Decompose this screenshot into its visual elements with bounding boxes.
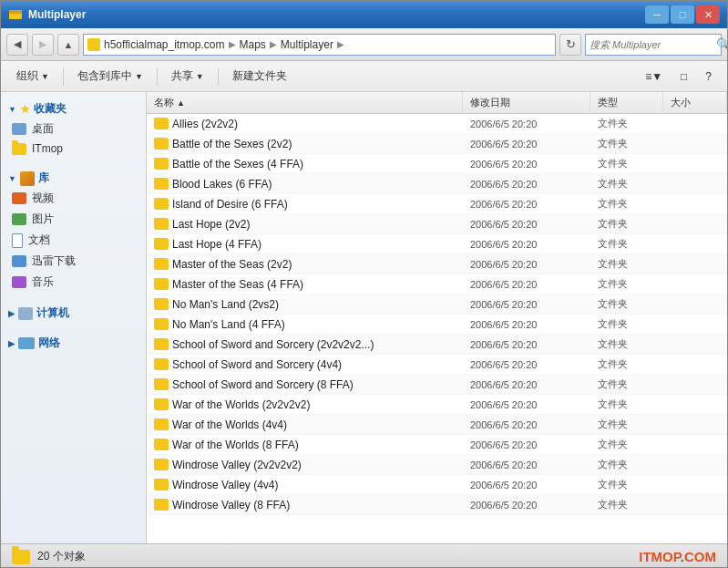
file-name-cell: School of Sword and Sorcery (2v2v2v2...) (147, 338, 463, 351)
table-row[interactable]: Allies (2v2v2) 2006/6/5 20:20 文件夹 (147, 114, 727, 134)
file-date-cell: 2006/6/5 20:20 (463, 439, 590, 450)
file-type-cell: 文件夹 (590, 377, 663, 391)
file-name-text: No Man's Land (4 FFA) (172, 318, 285, 331)
computer-header[interactable]: ▶ 计算机 (5, 304, 142, 323)
favorites-header[interactable]: ▼ ★ 收藏夹 (5, 99, 142, 119)
search-input[interactable] (590, 39, 716, 50)
computer-icon (18, 307, 33, 320)
table-row[interactable]: School of Sword and Sorcery (4v4) 2006/6… (147, 355, 727, 375)
sidebar-item-download[interactable]: 迅雷下载 (5, 251, 142, 272)
address-path[interactable]: h5officialmap_itmop.com ▶ Maps ▶ Multipl… (83, 34, 556, 56)
file-type-cell: 文件夹 (590, 357, 663, 371)
table-row[interactable]: War of the Worlds (8 FFA) 2006/6/5 20:20… (147, 435, 727, 455)
file-rows-container: Allies (2v2v2) 2006/6/5 20:20 文件夹 Battle… (147, 114, 727, 515)
table-row[interactable]: Master of the Seas (2v2) 2006/6/5 20:20 … (147, 254, 727, 274)
computer-chevron: ▶ (8, 309, 15, 318)
preview-button[interactable]: □ (672, 65, 695, 88)
maximize-button[interactable]: □ (671, 5, 694, 24)
sidebar-item-doc[interactable]: 文档 (5, 230, 142, 251)
title-bar-controls: ─ □ ✕ (645, 5, 720, 24)
file-name-text: School of Sword and Sorcery (8 FFA) (172, 378, 354, 391)
table-row[interactable]: No Man's Land (4 FFA) 2006/6/5 20:20 文件夹 (147, 315, 727, 335)
file-date-cell: 2006/6/5 20:20 (463, 239, 590, 250)
sidebar-item-music[interactable]: 音乐 (5, 272, 142, 293)
file-name-cell: Allies (2v2v2) (147, 118, 463, 130)
include-library-button[interactable]: 包含到库中 ▼ (69, 65, 151, 88)
file-type-cell: 文件夹 (590, 337, 663, 351)
file-type-cell: 文件夹 (590, 117, 663, 130)
favorites-label: 收藏夹 (34, 101, 67, 117)
close-button[interactable]: ✕ (696, 5, 720, 24)
network-label: 网络 (38, 336, 60, 351)
forward-button[interactable]: ▶ (32, 34, 54, 56)
sidebar-section-library: ▼ 库 视频 图片 文档 迅雷下载 音乐 (5, 169, 142, 293)
col-name[interactable]: 名称 ▲ (147, 92, 463, 113)
minimize-button[interactable]: ─ (645, 5, 669, 24)
col-type-label: 类型 (598, 96, 618, 109)
table-row[interactable]: School of Sword and Sorcery (8 FFA) 2006… (147, 375, 727, 395)
view-toggle-button[interactable]: ≡▼ (637, 65, 671, 88)
table-row[interactable]: Island of Desire (6 FFA) 2006/6/5 20:20 … (147, 194, 727, 214)
sidebar-item-desktop[interactable]: 桌面 (5, 119, 142, 139)
refresh-button[interactable]: ↻ (559, 34, 581, 56)
folder-icon (154, 398, 169, 410)
back-button[interactable]: ◀ (6, 34, 28, 56)
col-name-label: 名称 (154, 96, 174, 109)
col-type[interactable]: 类型 (590, 92, 663, 113)
file-name-text: School of Sword and Sorcery (2v2v2v2...) (172, 338, 374, 351)
col-size[interactable]: 大小 (663, 92, 727, 113)
doc-icon (12, 233, 23, 248)
sidebar-item-image[interactable]: 图片 (5, 209, 142, 230)
file-type-cell: 文件夹 (590, 137, 663, 150)
folder-icon (154, 238, 169, 250)
table-row[interactable]: School of Sword and Sorcery (2v2v2v2...)… (147, 335, 727, 355)
desktop-label: 桌面 (32, 121, 54, 137)
search-box[interactable]: 🔍 (585, 34, 722, 56)
desktop-icon (12, 123, 26, 135)
sidebar-item-itmop[interactable]: ITmop (5, 139, 142, 158)
file-type-cell: 文件夹 (590, 237, 663, 251)
file-type-cell: 文件夹 (590, 257, 663, 271)
file-list-header: 名称 ▲ 修改日期 类型 大小 (147, 92, 727, 114)
search-icon[interactable]: 🔍 (716, 37, 728, 51)
col-date[interactable]: 修改日期 (463, 92, 590, 113)
share-label: 共享 (171, 68, 193, 84)
new-folder-button[interactable]: 新建文件夹 (224, 65, 295, 88)
file-name-text: Last Hope (2v2) (172, 218, 250, 231)
help-button[interactable]: ? (697, 65, 720, 88)
table-row[interactable]: Last Hope (2v2) 2006/6/5 20:20 文件夹 (147, 214, 727, 234)
file-name-text: Last Hope (4 FFA) (172, 238, 261, 251)
computer-label: 计算机 (36, 305, 69, 321)
file-date-cell: 2006/6/5 20:20 (463, 299, 590, 310)
table-row[interactable]: No Man's Land (2vs2) 2006/6/5 20:20 文件夹 (147, 294, 727, 315)
toolbar: 组织 ▼ 包含到库中 ▼ 共享 ▼ 新建文件夹 ≡▼ □ ? (1, 61, 727, 92)
table-row[interactable]: Last Hope (4 FFA) 2006/6/5 20:20 文件夹 (147, 234, 727, 254)
organize-button[interactable]: 组织 ▼ (8, 65, 57, 88)
file-name-text: Windrose Valley (8 FFA) (172, 499, 290, 511)
table-row[interactable]: Master of the Seas (4 FFA) 2006/6/5 20:2… (147, 274, 727, 294)
file-name-text: Blood Lakes (6 FFA) (172, 178, 272, 191)
network-header[interactable]: ▶ 网络 (5, 334, 142, 353)
file-name-text: Master of the Seas (4 FFA) (172, 278, 303, 291)
up-button[interactable]: ▲ (57, 34, 79, 56)
folder-icon (154, 338, 169, 350)
svg-rect-1 (9, 10, 22, 14)
library-header[interactable]: ▼ 库 (5, 169, 142, 188)
share-button[interactable]: 共享 ▼ (163, 65, 212, 88)
table-row[interactable]: Blood Lakes (6 FFA) 2006/6/5 20:20 文件夹 (147, 174, 727, 194)
table-row[interactable]: Battle of the Sexes (4 FFA) 2006/6/5 20:… (147, 154, 727, 174)
folder-icon (154, 459, 169, 470)
path-segment-maps: Maps (240, 38, 266, 51)
toolbar-sep-2 (157, 67, 158, 86)
organize-label: 组织 (16, 68, 38, 84)
file-name-text: Windrose Valley (2v2v2v2) (172, 459, 302, 471)
table-row[interactable]: Windrose Valley (8 FFA) 2006/6/5 20:20 文… (147, 495, 727, 515)
table-row[interactable]: Battle of the Sexes (2v2) 2006/6/5 20:20… (147, 134, 727, 154)
table-row[interactable]: War of the Worlds (2v2v2v2) 2006/6/5 20:… (147, 395, 727, 415)
sidebar-item-video[interactable]: 视频 (5, 188, 142, 209)
table-row[interactable]: Windrose Valley (4v4) 2006/6/5 20:20 文件夹 (147, 475, 727, 495)
file-name-cell: War of the Worlds (2v2v2v2) (147, 398, 463, 411)
file-type-cell: 文件夹 (590, 458, 663, 471)
table-row[interactable]: War of the Worlds (4v4) 2006/6/5 20:20 文… (147, 415, 727, 435)
table-row[interactable]: Windrose Valley (2v2v2v2) 2006/6/5 20:20… (147, 455, 727, 475)
